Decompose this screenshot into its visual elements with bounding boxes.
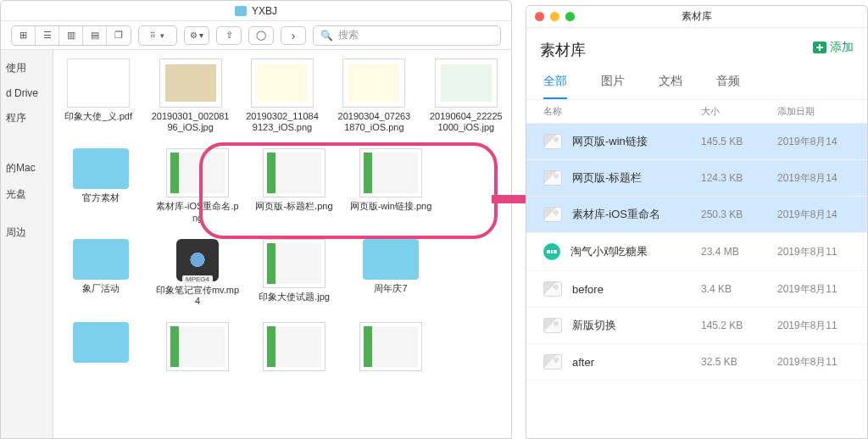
forward-button[interactable] [281,26,306,45]
file-name: 20190304_07263 1870_iOS.png [334,111,414,133]
tab-3[interactable]: 音频 [716,74,740,99]
item-name: 素材库-iOS重命名 [572,207,701,222]
arrange-group[interactable] [138,25,177,46]
add-label: 添加 [830,40,854,55]
item-name: 网页版-标题栏 [572,170,701,186]
tabs: 全部图片文档音频 [526,60,867,100]
file-item[interactable]: MPEG4印象笔记宣传mv.mp4 [155,239,240,307]
file-item[interactable]: 网页版-win链接.png [348,148,433,223]
file-name: 20190302_11084 9123_iOS.png [242,111,322,133]
file-name: 网页版-win链接.png [348,201,433,212]
page-title: 素材库 [540,40,586,60]
close-icon[interactable] [535,12,544,21]
view-mode-group [11,25,131,46]
list-item[interactable]: 网页版-win链接145.5 KB2019年8月14 [526,124,867,160]
file-thumb [359,148,422,197]
file-thumb [263,239,326,288]
file-thumb [359,322,422,371]
file-item[interactable]: 印象大使_义.pdf [58,58,138,133]
item-size: 145.5 KB [701,136,777,147]
finder-title: YXBJ [252,5,277,17]
file-thumb [166,322,229,371]
list-item[interactable]: 淘气小鸡吃糖果23.4 MB2019年8月11 [526,233,867,271]
finder-window: YXBJ 🔍 搜索 使用d Drive程序的Mac光盘周边 印象大使_义.pdf… [0,0,512,439]
col-name: 名称 [543,105,701,118]
file-name: 印象大使试题.jpg [252,292,337,303]
item-date: 2019年8月11 [777,355,850,370]
image-icon [543,170,562,186]
view-icon-column[interactable] [59,26,83,45]
sidebar-item[interactable]: 周边 [1,220,53,246]
file-item[interactable]: 象厂活动 [58,239,143,307]
actions-button[interactable] [184,26,209,45]
file-thumb [251,58,314,108]
view-icon-gallery[interactable] [83,26,107,45]
zoom-icon[interactable] [565,12,575,21]
image-icon [543,207,562,222]
file-item[interactable]: 20190301_00208196_iOS.jpg [150,58,230,133]
item-date: 2019年8月11 [777,319,850,333]
item-date: 2019年8月11 [777,245,850,259]
item-size: 124.3 KB [701,172,777,184]
sidebar-item[interactable] [1,208,53,220]
image-icon [543,281,562,297]
file-thumb [435,58,498,108]
item-size: 32.5 KB [701,356,777,368]
minimize-icon[interactable] [550,12,559,21]
image-icon [543,318,562,333]
image-icon [543,354,562,370]
sidebar-item[interactable]: 使用 [1,55,53,81]
file-name: 网页版-标题栏.png [252,201,337,212]
file-item[interactable]: 20190302_11084 9123_iOS.png [242,58,322,133]
share-button[interactable] [216,26,242,45]
sidebar-item[interactable] [1,143,53,155]
sidebar-item[interactable]: d Drive [1,81,53,105]
file-name: 20190301_00208196_iOS.jpg [150,111,230,133]
finder-files: 印象大使_义.pdf20190301_00208196_iOS.jpg20190… [53,50,511,438]
tag-button[interactable] [248,26,274,45]
list-item[interactable]: 素材库-iOS重命名250.3 KB2019年8月14 [526,197,867,233]
file-item[interactable] [348,322,433,375]
file-item[interactable]: 20190304_07263 1870_iOS.png [334,58,414,133]
item-date: 2019年8月14 [777,135,850,149]
sidebar-item[interactable] [1,131,53,143]
add-button[interactable]: 添加 [813,40,854,55]
file-name: 素材库-iOS重命名.png [155,201,240,223]
file-thumb [263,148,326,197]
image-icon [543,134,562,149]
list-item[interactable]: 网页版-标题栏124.3 KB2019年8月14 [526,160,867,197]
file-thumb [263,322,326,371]
item-date: 2019年8月14 [777,208,850,222]
col-size: 大小 [701,105,777,118]
file-item[interactable] [155,322,240,375]
tab-2[interactable]: 文档 [659,74,682,99]
file-name: 20190604_22225 1000_iOS.jpg [426,111,506,133]
tab-1[interactable]: 图片 [601,74,625,99]
file-thumb [73,148,129,189]
file-item[interactable] [58,322,143,375]
file-item[interactable]: 素材库-iOS重命名.png [155,148,240,223]
list-item[interactable]: before3.4 KB2019年8月11 [526,271,867,308]
sidebar-item[interactable]: 程序 [1,105,53,131]
file-item[interactable]: 周年庆7 [348,239,433,307]
item-name: 网页版-win链接 [572,134,701,149]
arrange-icon[interactable] [139,26,176,45]
list-item[interactable]: after32.5 KB2019年8月11 [526,344,867,381]
sidebar-item[interactable]: 光盘 [1,181,53,208]
file-item[interactable]: 网页版-标题栏.png [252,148,337,223]
view-icon-cover[interactable] [107,26,131,45]
file-item[interactable]: 官方素材 [58,148,143,223]
view-icon-grid[interactable] [12,26,36,45]
view-icon-list[interactable] [36,26,59,45]
file-name: 象厂活动 [58,283,143,294]
search-input[interactable]: 🔍 搜索 [313,25,501,46]
file-thumb [73,239,129,280]
item-name: after [572,356,701,369]
file-item[interactable] [252,322,337,375]
sidebar-item[interactable]: 的Mac [1,155,53,181]
file-item[interactable]: 印象大使试题.jpg [252,239,337,307]
tab-0[interactable]: 全部 [543,74,567,99]
item-size: 250.3 KB [701,208,777,220]
file-item[interactable]: 20190604_22225 1000_iOS.jpg [426,58,506,133]
list-item[interactable]: 新版切换145.2 KB2019年8月11 [526,308,867,344]
